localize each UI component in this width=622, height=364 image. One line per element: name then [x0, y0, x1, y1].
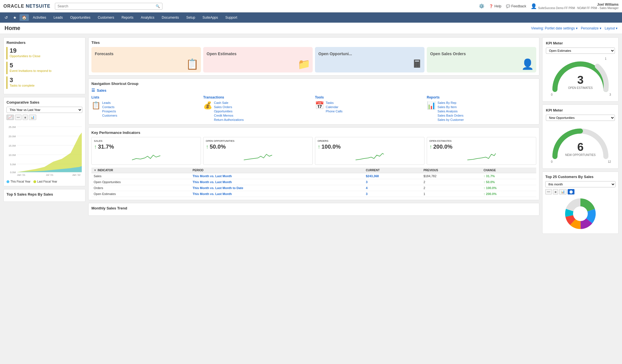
user-menu[interactable]: 👤 Joel Williams SuiteSuccess Demo FF PRM…	[531, 3, 619, 10]
link-sales-back-orders[interactable]: Sales Back Orders	[437, 114, 464, 117]
table-row: Open Estimates This Month vs. Last Month…	[91, 191, 536, 197]
link-return-auth[interactable]: Return Authorizations	[214, 118, 244, 121]
top5-sales-reps-title: Top 5 Sales Reps By Sales	[7, 192, 82, 196]
chart-svg: 25.0M 20.0M 15.0M 10.0M 5.0M 0.0M	[7, 122, 82, 178]
tc-chart-line-btn[interactable]: 〰	[545, 189, 552, 194]
tile-open-opportunities[interactable]: Open Opportuni... 🖩	[315, 47, 424, 72]
kpi-meter-2-title: KPI Meter	[546, 108, 615, 112]
nav-leads[interactable]: Leads	[50, 14, 66, 21]
link-customers[interactable]: Customers	[102, 114, 117, 117]
chart-bar-btn[interactable]: 📊	[29, 115, 36, 120]
help-button[interactable]: ❓ Help	[489, 4, 501, 8]
kpi-row3-indicator: Open Estimates	[91, 191, 190, 197]
nav-opportunities[interactable]: Opportunities	[67, 14, 94, 21]
monthly-trend-title: Monthly Sales Trend	[91, 206, 536, 210]
kpi-meter-2-select[interactable]: New Opportunities	[546, 115, 615, 121]
viewing-portlet-settings[interactable]: Viewing: Portlet date settings ▾	[531, 26, 578, 30]
chart-area-btn[interactable]: 📈	[7, 115, 14, 120]
chart-legend: This Fiscal Year Last Fiscal Year	[7, 180, 82, 183]
search-icon[interactable]: 🔍	[156, 4, 160, 8]
link-prospects[interactable]: Prospects	[102, 110, 117, 113]
nav-reports[interactable]: Reports	[118, 14, 137, 21]
table-row: Sales This Month vs. Last Month $243,368…	[91, 173, 536, 179]
user-icon: 👤	[531, 3, 537, 9]
link-calendar[interactable]: Calendar	[326, 105, 342, 109]
layout-button[interactable]: Layout ▾	[605, 26, 617, 30]
link-opportunities-txn[interactable]: Opportunities	[214, 110, 244, 113]
chart-line-btn[interactable]: 〰	[15, 115, 22, 120]
legend-dot-this-year	[7, 180, 9, 183]
kpi-row0-period[interactable]: This Month vs. Last Month	[190, 173, 364, 179]
page-title: Home	[5, 25, 20, 31]
chart-type-icons: 📈 〰 ≡ 📊	[7, 115, 82, 120]
link-sales-by-rep[interactable]: Sales By Rep	[437, 101, 464, 104]
kpi-row2-change: ↑ 100.0%	[481, 185, 536, 191]
link-contacts[interactable]: Contacts	[102, 105, 117, 109]
reminder-label-0[interactable]: Opportunities to Close	[10, 54, 40, 58]
top-customers-filter-row: this month	[545, 181, 615, 187]
link-credit-memos[interactable]: Credit Memos	[214, 114, 244, 117]
reports-links: Sales By Rep Sales By Item Sales Analysi…	[437, 101, 464, 121]
nav-activities[interactable]: Activities	[29, 14, 50, 21]
kpi-row3-change: ↑ 200.0%	[481, 191, 536, 197]
kpi-row3-period[interactable]: This Month vs. Last Month	[190, 191, 364, 197]
search-input[interactable]	[57, 4, 156, 8]
kpi-row0-change: ↑ 31.7%	[481, 173, 536, 179]
tile-open-sales-orders[interactable]: Open Sales Orders 👤	[427, 47, 536, 72]
tc-chart-list-btn[interactable]: ≡	[553, 189, 558, 194]
link-sales-by-item[interactable]: Sales By Item	[437, 105, 464, 109]
history-icon-btn[interactable]: ↺	[2, 14, 10, 21]
link-tasks[interactable]: Tasks	[326, 101, 342, 104]
tile-sales-orders-icon: 👤	[521, 58, 534, 70]
nav-suiteapps[interactable]: SuiteApps	[199, 14, 222, 21]
nav-documents[interactable]: Documents	[158, 14, 183, 21]
nav-customers[interactable]: Customers	[94, 14, 117, 21]
top-customers-chart-icons: 〰 ≡ 📊 ⬤	[545, 189, 615, 194]
kpi-row1-period[interactable]: This Month vs. Last Month	[190, 179, 364, 185]
kpi-row0-current: $243,368	[364, 173, 421, 179]
nav-setup[interactable]: Setup	[183, 14, 198, 21]
search-bar[interactable]: 🔍	[55, 3, 162, 10]
kpi-sparkline-orders	[318, 150, 422, 161]
chart-list-btn[interactable]: ≡	[23, 115, 28, 120]
tile-opportunities-icon: 🖩	[412, 58, 422, 70]
tile-open-estimates[interactable]: Open Estimates 📁	[203, 47, 313, 72]
favorites-icon-btn[interactable]: ★	[11, 14, 19, 21]
top5-sales-reps-card: Top 5 Sales Reps By Sales	[3, 189, 85, 202]
reminder-label-1[interactable]: Event Invitations to respond to	[10, 69, 52, 72]
kpi-arrow-orders: ↑	[318, 144, 320, 150]
nav-shortcut-title: Navigation Shortcut Group	[91, 82, 536, 86]
top-customers-select[interactable]: this month	[545, 181, 615, 187]
kpi-row2-period[interactable]: This Month vs. Last Month to Date	[190, 185, 364, 191]
kpi-title: Key Performance Indicators	[91, 130, 536, 135]
link-cash-sale[interactable]: Cash Sale	[214, 101, 244, 104]
reminder-label-2[interactable]: Tasks to complete	[10, 84, 35, 87]
kpi-card-orders: ORDERS ↑ 100.0%	[315, 137, 424, 165]
nav-support[interactable]: Support	[222, 14, 241, 21]
link-sales-orders[interactable]: Sales Orders	[214, 105, 244, 109]
shortcut-col-tools-title: Tools	[315, 95, 424, 99]
feedback-button[interactable]: 💬 Feedback	[506, 4, 526, 8]
home-icon-btn[interactable]: 🏠	[20, 14, 29, 21]
personalize-button[interactable]: Personalize ▾	[581, 26, 601, 30]
settings-icon[interactable]: ⚙️	[479, 3, 484, 9]
svg-text:15.0M: 15.0M	[8, 144, 16, 147]
tc-chart-donut-btn[interactable]: ⬤	[568, 189, 574, 194]
link-phone-calls[interactable]: Phone Calls	[326, 110, 342, 113]
legend-label-this-year: This Fiscal Year	[10, 180, 31, 183]
shortcut-group-name[interactable]: Sales	[97, 88, 106, 93]
kpi-meter-1-select[interactable]: Open Estimates	[546, 48, 615, 54]
transactions-links: Cash Sale Sales Orders Opportunities Cre…	[214, 101, 244, 121]
nav-bar: ↺ ★ 🏠 Activities Leads Opportunities Cus…	[0, 12, 622, 23]
tile-forecasts-icon: 📋	[186, 58, 199, 70]
svg-text:Jan '21: Jan '21	[17, 174, 25, 176]
tc-chart-bar-btn[interactable]: 📊	[559, 189, 567, 194]
nav-analytics[interactable]: Analytics	[137, 14, 158, 21]
comparative-sales-select[interactable]: This Year vs Last Year	[7, 107, 82, 113]
link-leads[interactable]: Leads	[102, 101, 117, 104]
reminders-title: Reminders	[7, 40, 82, 45]
link-sales-by-customer[interactable]: Sales by Customer	[437, 118, 464, 121]
link-sales-analysis[interactable]: Sales Analysis	[437, 110, 464, 113]
top-customers-title: Top 25 Customers By Sales	[545, 175, 615, 179]
tile-forecasts[interactable]: Forecasts 📋	[91, 47, 201, 72]
